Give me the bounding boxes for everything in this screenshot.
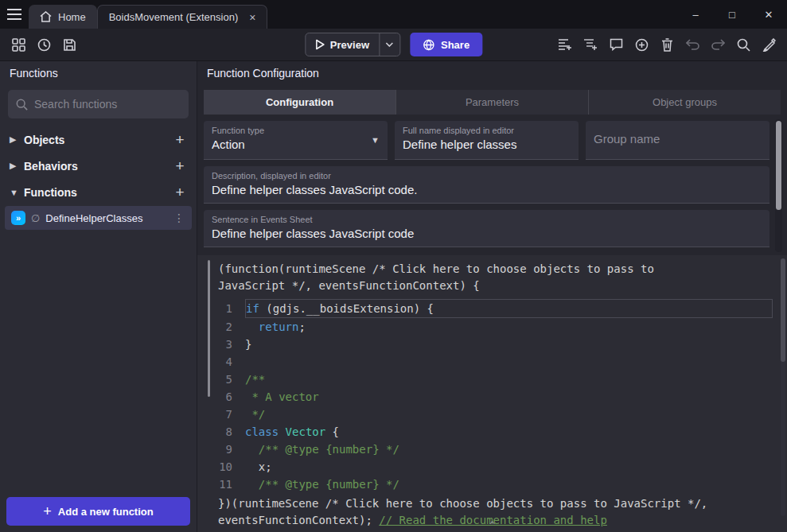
- sidebar-section-behaviors[interactable]: ▶ Behaviors +: [0, 153, 197, 179]
- functions-sidebar: Functions ▶ Objects + ▶ Behaviors + ▼ Fu…: [0, 61, 197, 532]
- code-line[interactable]: 1if (gdjs.__boidsExtension) {: [197, 300, 787, 318]
- code-line[interactable]: 11 /** @type {number} */: [197, 476, 787, 493]
- function-type-label: Function type: [212, 126, 380, 135]
- code-text: * A vector: [245, 388, 773, 406]
- code-line[interactable]: 3}: [197, 336, 787, 353]
- window-maximize-button[interactable]: □: [714, 0, 750, 29]
- magnifier-icon: [737, 38, 750, 52]
- full-name-label: Full name displayed in editor: [403, 126, 571, 135]
- window-minimize-button[interactable]: –: [677, 0, 714, 29]
- comment-bubble-icon: [610, 38, 623, 51]
- undo-icon: [686, 39, 699, 50]
- delete-button[interactable]: [656, 34, 677, 55]
- toolbar-center-group: Preview Share: [305, 33, 482, 56]
- toolbar-right-group: [555, 34, 779, 55]
- add-object-icon[interactable]: +: [173, 131, 187, 149]
- description-field[interactable]: Description, displayed in editor Define …: [204, 166, 769, 204]
- code-line[interactable]: 6 * A vector: [197, 388, 787, 406]
- edit-appearance-button[interactable]: [758, 34, 779, 55]
- editor-left-scrollbar[interactable]: [208, 260, 210, 397]
- code-text: class Vector {: [245, 423, 773, 441]
- tab-configuration[interactable]: Configuration: [204, 90, 396, 115]
- form-scrollbar-thumb[interactable]: [776, 121, 781, 210]
- add-subevent-icon: [583, 38, 598, 51]
- caret-expanded-icon: ▼: [10, 188, 24, 197]
- project-manager-button[interactable]: [8, 34, 29, 55]
- add-comment-button[interactable]: [606, 34, 626, 55]
- add-subevent-button[interactable]: [580, 34, 601, 55]
- editor-scrollbar-thumb[interactable]: [781, 258, 785, 362]
- config-tabs: Configuration Parameters Object groups: [204, 90, 781, 115]
- tab-close-icon[interactable]: ×: [249, 11, 255, 24]
- function-type-value: Action: [212, 138, 380, 151]
- tab-parameters[interactable]: Parameters: [396, 90, 589, 115]
- code-line[interactable]: 10 x;: [197, 458, 787, 476]
- caret-collapsed-icon: ▶: [10, 134, 24, 145]
- chevron-down-icon: ▼: [371, 135, 380, 145]
- editor-scrollbar[interactable]: [781, 258, 785, 516]
- add-new-function-label: Add a new function: [58, 506, 154, 518]
- tab-object-groups[interactable]: Object groups: [589, 90, 781, 115]
- preview-dropdown-button[interactable]: [379, 33, 399, 56]
- kebab-menu-icon[interactable]: ⋮: [173, 212, 185, 224]
- search-functions-box[interactable]: [8, 90, 189, 118]
- full-name-field[interactable]: Full name displayed in editor Define hel…: [395, 121, 579, 160]
- undo-button[interactable]: [682, 34, 703, 55]
- home-icon: [40, 11, 52, 22]
- sentence-field[interactable]: Sentence in Events Sheet Define helper c…: [204, 210, 769, 247]
- globe-icon: [423, 39, 434, 51]
- code-editor[interactable]: (function(runtimeScene /* Click here to …: [197, 255, 787, 532]
- line-number: 8: [197, 423, 245, 441]
- line-number: 9: [197, 441, 245, 458]
- history-button[interactable]: [33, 34, 54, 55]
- footer-code: eventsFunctionContext);: [218, 514, 379, 526]
- code-line[interactable]: 4: [197, 353, 787, 371]
- code-lines: 1if (gdjs.__boidsExtension) {2 return;3}…: [197, 300, 787, 493]
- add-behavior-icon[interactable]: +: [173, 157, 187, 175]
- clock-icon: [37, 38, 51, 52]
- layout-grid-icon: [12, 38, 25, 52]
- line-number: 4: [197, 353, 245, 371]
- toolbar: Preview Share: [0, 29, 787, 61]
- group-name-placeholder: Group name: [594, 126, 762, 153]
- function-item-selected[interactable]: » ∅ DefineHelperClasses ⋮: [5, 206, 192, 230]
- main-panel: Function Configuration Configuration Par…: [197, 61, 787, 532]
- add-function-icon[interactable]: +: [173, 184, 187, 201]
- preview-button-main[interactable]: Preview: [306, 33, 379, 56]
- add-event-button[interactable]: [555, 34, 575, 55]
- window-close-button[interactable]: ✕: [750, 0, 787, 29]
- function-item-label: DefineHelperClasses: [45, 212, 168, 224]
- function-type-select[interactable]: Function type Action ▼: [204, 121, 388, 160]
- redo-button[interactable]: [707, 34, 728, 55]
- preview-button[interactable]: Preview: [305, 33, 400, 56]
- function-icon: »: [11, 211, 25, 225]
- form-scrollbar[interactable]: [775, 119, 782, 252]
- line-number: 2: [197, 318, 245, 336]
- sidebar-section-objects[interactable]: ▶ Objects +: [0, 126, 197, 153]
- editor-header-line: JavaScript */, eventsFunctionContext) {: [197, 278, 787, 294]
- code-text: if (gdjs.__boidsExtension) {: [245, 299, 773, 318]
- hamburger-icon: [7, 9, 21, 20]
- sentence-value: Define helper classes JavaScript code: [212, 227, 762, 240]
- code-line[interactable]: 9 /** @type {number} */: [197, 441, 787, 458]
- line-number: 6: [197, 388, 245, 406]
- search-functions-input[interactable]: [34, 98, 181, 111]
- tab-home[interactable]: Home: [29, 5, 97, 29]
- code-line[interactable]: 7 */: [197, 406, 787, 423]
- add-other-button[interactable]: [631, 34, 652, 55]
- code-line[interactable]: 5/**: [197, 371, 787, 388]
- play-icon: [315, 39, 325, 50]
- code-line[interactable]: 2 return;: [197, 318, 787, 336]
- group-name-field[interactable]: Group name: [586, 121, 769, 160]
- tab-project[interactable]: BoidsMovement (Extension) ×: [97, 5, 268, 29]
- code-text: }: [245, 336, 773, 353]
- save-button[interactable]: [59, 34, 80, 55]
- search-button[interactable]: [733, 34, 754, 55]
- plus-circle-icon: [635, 38, 649, 52]
- share-button[interactable]: Share: [410, 33, 482, 56]
- description-value: Define helper classes JavaScript code.: [212, 183, 762, 196]
- hamburger-menu-button[interactable]: [0, 0, 29, 29]
- sidebar-section-functions[interactable]: ▼ Functions +: [0, 179, 197, 205]
- code-line[interactable]: 8class Vector {: [197, 423, 787, 441]
- add-new-function-button[interactable]: + Add a new function: [6, 497, 190, 526]
